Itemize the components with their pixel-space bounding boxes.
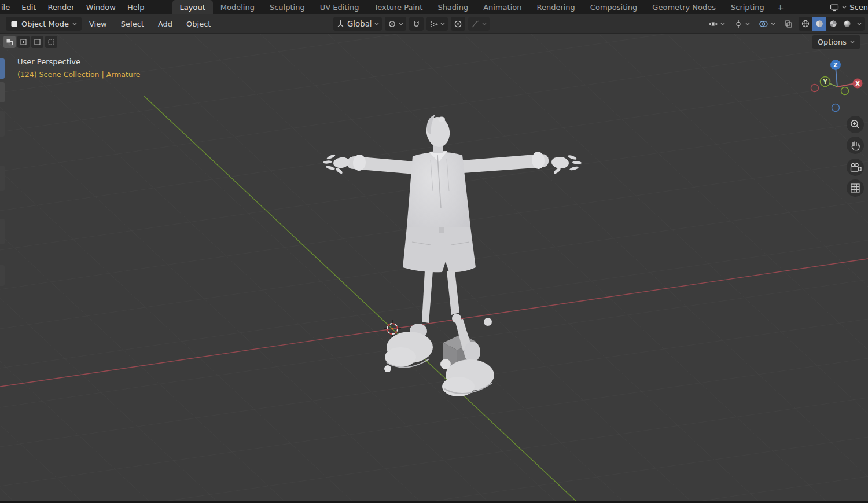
zoom-button[interactable]: [847, 116, 864, 133]
rendered-shading-icon: [843, 19, 852, 28]
navigation-gizmo[interactable]: Z X Y: [807, 55, 868, 119]
shading-mode-group: [799, 17, 865, 31]
object-mode-icon: [10, 20, 18, 28]
toolbar-tool-button[interactable]: [0, 82, 5, 102]
orientation-icon: [336, 20, 345, 28]
wireframe-shading-icon: [801, 19, 810, 28]
menu-file[interactable]: ile: [0, 0, 16, 14]
tab-rendering[interactable]: Rendering: [529, 0, 582, 14]
menu-help[interactable]: Help: [122, 0, 150, 14]
scene-selector[interactable]: Scen: [830, 0, 868, 14]
tab-animation[interactable]: Animation: [476, 0, 529, 14]
pan-hand-icon: [849, 139, 861, 151]
camera-view-button[interactable]: [847, 159, 864, 176]
chevron-down-icon: [771, 23, 775, 25]
tab-modeling[interactable]: Modeling: [213, 0, 262, 14]
chevron-down-icon: [720, 23, 725, 25]
snap-toggle[interactable]: [409, 17, 424, 31]
tab-sculpting[interactable]: Sculpting: [262, 0, 312, 14]
shading-options-dropdown[interactable]: [854, 23, 865, 25]
solid-shading-icon: [815, 19, 824, 28]
chevron-down-icon: [374, 23, 379, 25]
tab-shading[interactable]: Shading: [430, 0, 476, 14]
gizmo-icon: [734, 20, 743, 28]
toolbar-active-tool-button[interactable]: [0, 58, 5, 79]
show-gizmo-dropdown[interactable]: [731, 17, 753, 31]
select-mode-group: [3, 36, 57, 48]
tab-uv-editing[interactable]: UV Editing: [312, 0, 367, 14]
pivot-point-dropdown[interactable]: [385, 17, 406, 31]
gizmo-z-negative[interactable]: [832, 104, 840, 112]
rendered-shading-button[interactable]: [840, 17, 854, 31]
chevron-down-icon: [72, 23, 77, 25]
orientation-label: Global: [347, 20, 372, 28]
overlays-icon: [759, 20, 768, 28]
options-label: Options: [818, 38, 847, 46]
tab-compositing[interactable]: Compositing: [583, 0, 645, 14]
tab-geometry-nodes[interactable]: Geometry Nodes: [645, 0, 723, 14]
scene-name: Scen: [849, 3, 868, 12]
breadcrumb: (124) Scene Collection | Armature: [17, 70, 140, 79]
options-dropdown[interactable]: Options: [812, 35, 860, 49]
workspace-tabs: Layout Modeling Sculpting UV Editing Tex…: [172, 0, 789, 14]
add-workspace-button[interactable]: +: [772, 0, 789, 14]
menu-window[interactable]: Window: [80, 0, 122, 14]
select-mode-extend-button[interactable]: [17, 36, 30, 48]
solid-shading-button[interactable]: [812, 17, 826, 31]
gizmo-z-label: Z: [833, 62, 837, 68]
mode-label: Object Mode: [21, 20, 69, 28]
pivot-icon: [388, 20, 396, 28]
material-shading-button[interactable]: [826, 17, 840, 31]
xray-toggle[interactable]: [781, 17, 796, 31]
show-overlays-dropdown[interactable]: [756, 17, 778, 31]
gizmo-x-label: X: [855, 80, 860, 87]
proportional-edit-toggle[interactable]: [451, 17, 465, 31]
tab-scripting[interactable]: Scripting: [723, 0, 772, 14]
select-mode-new-button[interactable]: [3, 36, 16, 48]
falloff-dropdown[interactable]: [468, 17, 490, 31]
snap-settings-dropdown[interactable]: [426, 17, 448, 31]
transform-orientation-dropdown[interactable]: Global: [333, 17, 382, 31]
toolbar-tool-button[interactable]: [0, 166, 5, 191]
menu-edit[interactable]: Edit: [16, 0, 42, 14]
chevron-down-icon: [440, 23, 445, 25]
blender-window: ile Edit Render Window Help Layout Model…: [0, 0, 868, 503]
zoom-icon: [849, 119, 861, 130]
menu-select[interactable]: Select: [115, 20, 150, 28]
magnet-icon: [412, 20, 421, 28]
menu-object[interactable]: Object: [180, 20, 217, 28]
tab-texture-paint[interactable]: Texture Paint: [366, 0, 430, 14]
chevron-down-icon: [850, 41, 855, 43]
chevron-down-icon: [842, 6, 847, 9]
toolbar-tool-button[interactable]: [0, 219, 5, 244]
material-shading-icon: [829, 19, 838, 28]
falloff-curve-icon: [471, 20, 480, 28]
ortho-grid-icon: [850, 183, 860, 193]
gizmo-x-negative[interactable]: [811, 85, 819, 92]
chevron-down-icon: [399, 23, 403, 25]
mode-dropdown[interactable]: Object Mode: [6, 17, 82, 31]
xray-icon: [784, 20, 793, 28]
gizmo-y-negative[interactable]: [841, 87, 849, 95]
menu-view[interactable]: View: [83, 20, 113, 28]
chevron-down-icon: [482, 23, 487, 25]
wireframe-shading-button[interactable]: [799, 17, 812, 31]
proportional-edit-icon: [454, 20, 462, 28]
main-menus: ile Edit Render Window Help: [0, 0, 150, 14]
toolbar-tool-button[interactable]: [0, 265, 5, 286]
view-perspective-label: User Perspective: [17, 57, 80, 66]
select-mode-intersect-button[interactable]: [45, 36, 57, 48]
snap-settings-icon: [429, 20, 438, 28]
camera-view-icon: [849, 163, 862, 172]
tab-layout[interactable]: Layout: [172, 0, 213, 14]
ortho-toggle-button[interactable]: [847, 179, 864, 197]
object-visibility-dropdown[interactable]: [705, 17, 728, 31]
pan-button[interactable]: [847, 137, 864, 154]
menu-add[interactable]: Add: [152, 20, 179, 28]
select-mode-subtract-button[interactable]: [31, 36, 43, 48]
chevron-down-icon: [745, 23, 750, 25]
toolbar-tool-button[interactable]: [0, 111, 5, 137]
chevron-down-icon: [857, 23, 862, 25]
menu-render[interactable]: Render: [42, 0, 80, 14]
visibility-eye-icon: [708, 20, 718, 28]
